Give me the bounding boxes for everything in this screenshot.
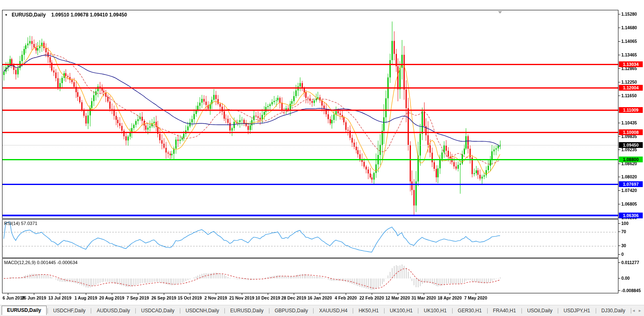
chart-tab-audusd-daily[interactable]: AUDUSD,Daily [92,307,134,315]
chart-tab-usdjpy-h1[interactable]: USDJPY,H1 [559,307,594,315]
tab-scroll-left-icon[interactable]: ◄ [632,309,636,313]
price-level-line-1.11009[interactable] [2,110,618,111]
rsi-axis-label: 0 [621,252,644,257]
tab-separator [596,308,596,314]
macd-indicator-label: MACD(12,26,9) 0.001445 -0.000634 [4,260,78,265]
chart-tab-dj30-daily[interactable]: DJ30,Daily [597,307,630,315]
price-axis-label: 1.10435 [621,120,644,125]
chart-tab-ger30-h1[interactable]: GER30,H1 [453,307,486,315]
price-axis-label: 1.07420 [621,188,644,193]
price-axis-label: 1.14065 [621,39,644,44]
current-price-line [2,145,618,145]
date-axis-label: 16 Jan 2020 [308,295,332,300]
price-axis-label: 1.11650 [621,93,644,98]
macd-pane[interactable] [2,259,618,293]
macd-axis-label: 0.00 [621,276,644,281]
date-axis-label: 20 Aug 2019 [99,295,125,300]
date-axis-label: 15 Oct 2019 [178,295,202,300]
date-axis-label: 25 Jun 2019 [21,295,46,300]
price-level-badge-1.07697: 1.07697 [619,181,643,187]
tab-separator [313,308,314,314]
date-axis-label: 18 Apr 2020 [438,295,462,300]
tab-scroll-right-icon[interactable]: ► [638,309,642,313]
chart-tab-xauusd-h4[interactable]: XAUUSD,H4 [314,307,352,315]
tab-separator [631,308,631,314]
chart-tab-uk100-h1[interactable]: UK100,H1 [419,307,451,315]
price-axis-label: 1.09235 [621,147,644,152]
date-axis-label: 22 Feb 2020 [359,295,384,300]
tab-separator [384,308,385,314]
price-level-line-1.08800[interactable] [2,159,618,160]
chart-tab-uk100-h1[interactable]: UK100,H1 [385,307,417,315]
price-level-line-1.12004[interactable] [2,87,618,89]
chart-title: ▼ EURUSD,Daily 1.09510 1.09678 1.09410 1… [5,12,127,18]
tab-separator [47,308,48,314]
rsi-axis-label: 70 [621,229,644,234]
chart-tab-usdcad-daily[interactable]: USDCAD,Daily [137,307,179,315]
current-price-badge: 1.09450 [619,142,643,148]
price-level-line-1.06306[interactable] [2,215,618,216]
tab-separator [135,308,136,314]
date-axis-label: 1 Aug 2019 [74,295,97,300]
price-level-line-1.10008[interactable] [2,132,618,133]
price-axis-label: 1.14680 [621,25,644,30]
date-axis-label: 10 Dec 2019 [255,295,280,300]
date-axis-label: 12 Mar 2020 [385,295,410,300]
chart-tabs-bar: EURUSD,DailyUSDCHF,DailyAUDUSD,DailyUSDC… [0,305,644,316]
date-axis-label: 4 Feb 2020 [335,295,357,300]
rsi-indicator-label: RSI(14) 57.0371 [4,221,38,226]
date-axis-label: 2 Nov 2019 [205,295,227,300]
price-level-badge-1.08800: 1.08800 [619,157,643,162]
macd-axis-label: 0.011277 [621,260,644,265]
price-level-badge-1.10008: 1.10008 [619,129,643,135]
price-axis-label: 1.06805 [621,201,644,206]
tab-separator [224,308,225,314]
date-axis-label: 21 Nov 2019 [229,295,255,300]
macd-axis-label: -0.008845 [621,288,644,293]
date-axis-label: 31 Mar 2020 [411,295,436,300]
price-level-line-1.13034[interactable] [2,64,618,65]
date-axis-label: 28 Dec 2019 [281,295,306,300]
symbol-dropdown-icon[interactable]: ▼ [5,13,8,17]
price-axis-label: 1.13465 [621,52,644,57]
chart-ohlc-values: 1.09510 1.09678 1.09410 1.09450 [51,12,127,18]
price-axis-label: 1.08020 [621,174,644,179]
tab-scroll-arrows: ◄► [632,309,642,313]
chart-tab-usdchf-daily[interactable]: USDCHF,Daily [49,307,90,315]
price-axis-label: 1.15280 [621,12,644,16]
main-chart-pane[interactable] [2,10,618,218]
chart-tab-usdcnh-daily[interactable]: USDCNH,Daily [181,307,224,315]
chart-tab-gbpusd-daily[interactable]: GBPUSD,Daily [270,307,313,315]
price-axis-label: 1.12250 [621,80,644,84]
rsi-axis-label: 30 [621,243,644,248]
price-level-badge-1.12004: 1.12004 [619,85,643,91]
chart-tab-fra40-h1[interactable]: FRA40,H1 [488,307,521,315]
trading-terminal: 15M15M30H1H4D1W1MN ▼ EURUSD,Daily 1.0951… [0,0,644,316]
price-level-badge-1.13034: 1.13034 [619,61,643,67]
tab-separator [452,308,453,314]
chart-tab-eurusd-daily[interactable]: EURUSD,Daily [2,306,47,315]
price-level-badge-1.11009: 1.11009 [619,107,643,113]
chart-tab-eurusd-daily[interactable]: EURUSD,Daily [226,307,268,315]
date-axis-label: 13 Jul 2019 [48,295,71,300]
tab-separator [558,308,558,314]
rsi-axis-label: 100 [621,221,644,226]
chart-tab-hk50-h1[interactable]: HK50,H1 [354,307,383,315]
tab-separator [521,308,522,314]
tab-separator [269,308,269,314]
tab-separator [180,308,180,314]
price-level-badge-1.06306: 1.06306 [619,213,643,218]
date-axis-label: 26 Sep 2019 [151,295,176,300]
price-level-line-1.07697[interactable] [2,184,618,185]
rsi-pane[interactable] [2,220,618,258]
date-axis-label: 7 May 2020 [464,295,487,300]
tab-separator [487,308,488,314]
tab-separator [418,308,418,314]
date-axis-label: 7 Sep 2019 [127,295,149,300]
chart-tab-usoil-daily[interactable]: USOil,Daily [523,307,557,315]
tab-separator [91,308,91,314]
tab-separator [353,308,353,314]
chart-symbol: EURUSD,Daily [12,12,46,18]
chart-shift-marker-icon[interactable] [498,11,502,14]
